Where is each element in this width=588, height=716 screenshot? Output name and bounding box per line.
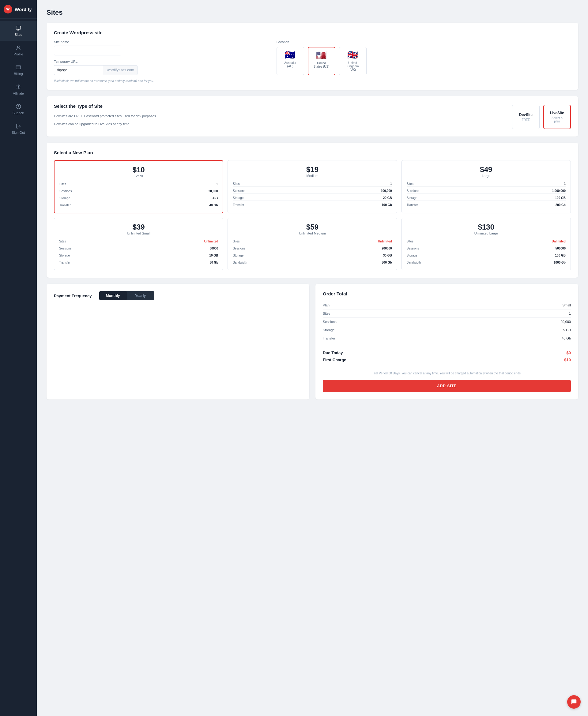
sidebar-item-sites[interactable]: Sites (0, 21, 37, 41)
create-wordpress-title: Create Wordpress site (54, 30, 571, 35)
monthly-btn[interactable]: Monthly (99, 291, 127, 300)
yearly-btn[interactable]: Yearly (127, 291, 154, 300)
order-sessions-row: Sessions 20,000 (323, 318, 571, 326)
affiliate-icon (16, 84, 21, 90)
plan-unl-med-price: $59 (233, 223, 392, 232)
order-plan-row: Plan Small (323, 301, 571, 309)
add-site-button[interactable]: ADD SITE (323, 380, 571, 392)
plan-unl-small-transfer: Transfer50 Gb (59, 260, 218, 265)
plans-grid: $10 Small Sites1 Sessions20,000 Storage5… (54, 160, 571, 270)
plan-unl-med-sites: SitesUnlimited (233, 239, 392, 244)
plan-large-transfer: Transfer200 Gb (407, 202, 566, 208)
order-sites-row: Sites 1 (323, 309, 571, 318)
svg-rect-4 (16, 66, 21, 69)
sidebar-item-billing[interactable]: Billing (0, 60, 37, 80)
plan-small-price: $10 (59, 166, 218, 174)
order-total-card: Order Total Plan Small Sites 1 Sessions … (315, 284, 578, 399)
plan-unl-small-sites: SitesUnlimited (59, 239, 218, 244)
location-au[interactable]: 🇦🇺 Australia (AU) (276, 47, 304, 75)
sidebar-item-support[interactable]: Support (0, 100, 37, 119)
logo-text: Wordify (15, 7, 32, 12)
logo-icon: W (4, 5, 12, 14)
order-storage-label: Storage (323, 328, 335, 332)
order-plan-label: Plan (323, 303, 330, 307)
temp-url-hint: If left blank, we will create an awesome… (54, 79, 264, 83)
order-transfer-label: Transfer (323, 337, 335, 340)
order-plan-value: Small (562, 303, 571, 307)
site-type-card: Select the Type of Site DevSites are FRE… (46, 96, 578, 136)
type-devsite[interactable]: DevSite FREE (512, 105, 540, 129)
plan-small-features: Sites1 Sessions20,000 Storage5 GB Transf… (59, 181, 218, 208)
plan-small-sites: Sites1 (59, 181, 218, 187)
plan-large[interactable]: $49 Large Sites1 Sessions1,000,000 Stora… (401, 160, 571, 213)
chat-button[interactable] (567, 695, 581, 709)
flag-uk: 🇬🇧 (347, 51, 358, 59)
order-title: Order Total (323, 291, 571, 296)
signout-icon (16, 123, 21, 129)
temp-url-input[interactable] (54, 65, 103, 75)
location-options: 🇦🇺 Australia (AU) 🇺🇸 United States (US) … (276, 47, 571, 75)
logo[interactable]: W Wordify (0, 0, 37, 19)
livesite-sub: Select a plan (549, 116, 565, 123)
plan-large-price: $49 (407, 165, 566, 174)
sidebar-item-profile[interactable]: Profile (0, 41, 37, 60)
plan-unl-small-price: $39 (59, 223, 218, 232)
site-name-label: Site name (54, 40, 264, 44)
location-uk[interactable]: 🇬🇧 United Kingdom (UK) (339, 47, 366, 75)
plan-medium-features: Sites1 Sessions100,000 Storage20 GB Tran… (233, 181, 392, 208)
plan-unl-lg-price: $130 (407, 223, 566, 232)
plan-unl-small-name: Unlimited Small (59, 232, 218, 235)
plan-unl-med-bandwidth: Bandwidth500 Gb (233, 260, 392, 265)
plan-unlimited-large[interactable]: $130 Unlimited Large SitesUnlimited Sess… (401, 218, 571, 270)
plan-unl-lg-bandwidth: Bandwidth1000 Gb (407, 260, 566, 265)
plans-card: Select a New Plan $10 Small Sites1 Sessi… (46, 143, 578, 278)
bottom-row: Payment Frequency Monthly Yearly Order T… (46, 284, 578, 406)
plan-medium-storage: Storage20 GB (233, 195, 392, 201)
type-livesite[interactable]: LiveSite Select a plan (543, 105, 571, 129)
order-sessions-value: 20,000 (561, 320, 571, 324)
order-transfer-row: Transfer 40 Gb (323, 334, 571, 342)
sidebar: W Wordify Sites Profile Billing (0, 0, 37, 716)
plans-title: Select a New Plan (54, 150, 571, 155)
plan-large-sessions: Sessions1,000,000 (407, 188, 566, 194)
plan-small[interactable]: $10 Small Sites1 Sessions20,000 Storage5… (54, 160, 223, 213)
main-content: Sites Create Wordpress site Site name Te… (37, 0, 588, 716)
order-rows: Plan Small Sites 1 Sessions 20,000 Stora… (323, 301, 571, 342)
sidebar-item-affiliate[interactable]: Affiliate (0, 80, 37, 100)
payment-label: Payment Frequency (54, 294, 92, 298)
order-first-charge-row: First Charge $10 (323, 356, 571, 365)
plan-large-features: Sites1 Sessions1,000,000 Storage100 GB T… (407, 181, 566, 208)
plan-medium-sites: Sites1 (233, 181, 392, 187)
plan-medium-name: Medium (233, 174, 392, 177)
plan-medium-price: $19 (233, 165, 392, 174)
plan-unl-small-features: SitesUnlimited Sessions30000 Storage10 G… (59, 239, 218, 265)
svg-rect-0 (16, 26, 21, 29)
plan-medium-sessions: Sessions100,000 (233, 188, 392, 194)
plan-unlimited-medium[interactable]: $59 Unlimited Medium SitesUnlimited Sess… (228, 218, 397, 270)
site-name-input[interactable] (54, 46, 121, 56)
plan-unl-lg-sessions: Sessions500000 (407, 246, 566, 251)
order-storage-row: Storage 5 GB (323, 326, 571, 334)
flag-us: 🇺🇸 (316, 51, 327, 60)
first-charge-label: First Charge (323, 357, 346, 362)
plan-large-name: Large (407, 174, 566, 177)
plan-small-transfer: Transfer40 Gb (59, 203, 218, 208)
location-label: Location (276, 40, 571, 44)
plan-unl-lg-features: SitesUnlimited Sessions500000 Storage100… (407, 239, 566, 265)
location-us[interactable]: 🇺🇸 United States (US) (308, 47, 335, 75)
flag-au: 🇦🇺 (285, 51, 296, 59)
plan-small-storage: Storage5 GB (59, 196, 218, 201)
plan-medium[interactable]: $19 Medium Sites1 Sessions100,000 Storag… (228, 160, 397, 213)
sidebar-item-signout[interactable]: Sign Out (0, 119, 37, 139)
profile-icon (16, 45, 21, 50)
location-uk-label: United Kingdom (UK) (343, 61, 362, 71)
devsite-sub: FREE (522, 118, 530, 122)
plan-unlimited-small[interactable]: $39 Unlimited Small SitesUnlimited Sessi… (54, 218, 223, 270)
order-sites-label: Sites (323, 312, 330, 315)
plan-medium-transfer: Transfer100 Gb (233, 202, 392, 208)
plan-large-sites: Sites1 (407, 181, 566, 187)
site-type-desc2: DevSites can be upgraded to LiveSites at… (54, 122, 500, 127)
temp-url-label: Temporary URL (54, 60, 264, 63)
plan-unl-small-storage: Storage10 GB (59, 253, 218, 258)
chat-icon (570, 698, 577, 705)
